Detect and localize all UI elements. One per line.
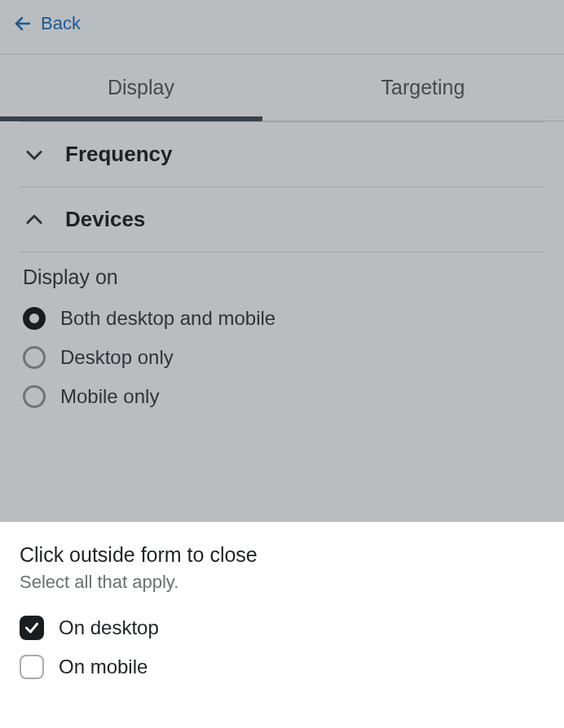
- radio-icon: [23, 385, 46, 408]
- radio-both-label: Both desktop and mobile: [60, 307, 275, 330]
- arrow-left-icon: [13, 14, 33, 33]
- section-frequency-toggle[interactable]: Frequency: [20, 121, 544, 187]
- tab-targeting-label: Targeting: [381, 76, 465, 99]
- radio-desktop-only[interactable]: Desktop only: [23, 346, 541, 369]
- radio-mobile-label: Mobile only: [60, 385, 159, 408]
- tab-display-label: Display: [108, 76, 174, 99]
- checkbox-on-mobile[interactable]: On mobile: [20, 655, 544, 679]
- devices-panel: Display on Both desktop and mobile Deskt…: [20, 252, 544, 434]
- radio-icon: [23, 307, 46, 330]
- tab-targeting[interactable]: Targeting: [282, 55, 564, 121]
- radio-mobile-only[interactable]: Mobile only: [23, 385, 541, 408]
- tab-bar: Display Targeting: [0, 54, 564, 121]
- section-devices-toggle[interactable]: Devices: [20, 187, 544, 252]
- frequency-title: Frequency: [65, 142, 173, 167]
- checkbox-unchecked-icon: [20, 655, 44, 679]
- radio-both[interactable]: Both desktop and mobile: [23, 307, 541, 330]
- close-form-panel: Click outside form to close Select all t…: [0, 522, 564, 728]
- checkbox-on-desktop[interactable]: On desktop: [20, 616, 544, 640]
- display-on-label: Display on: [23, 265, 541, 289]
- radio-desktop-label: Desktop only: [60, 346, 174, 369]
- checkbox-mobile-label: On mobile: [59, 656, 148, 678]
- chevron-up-icon: [23, 208, 46, 231]
- checkbox-checked-icon: [20, 616, 44, 640]
- close-form-title: Click outside form to close: [20, 543, 544, 567]
- display-on-radio-group: Both desktop and mobile Desktop only Mob…: [23, 307, 541, 408]
- checkbox-desktop-label: On desktop: [59, 616, 159, 639]
- tab-display[interactable]: Display: [0, 55, 282, 121]
- close-form-subtitle: Select all that apply.: [20, 572, 544, 593]
- close-form-options: On desktop On mobile: [20, 616, 544, 679]
- devices-title: Devices: [65, 207, 145, 232]
- chevron-down-icon: [23, 143, 46, 166]
- back-label: Back: [41, 13, 81, 34]
- radio-icon: [23, 346, 46, 369]
- back-button[interactable]: Back: [0, 0, 564, 54]
